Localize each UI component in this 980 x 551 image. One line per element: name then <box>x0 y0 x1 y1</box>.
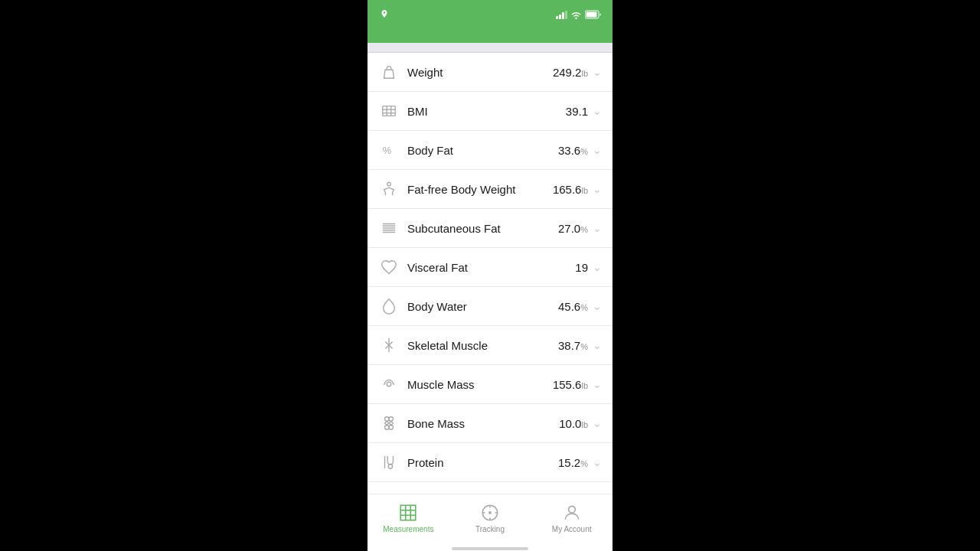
body-fat-unit: % <box>580 147 588 156</box>
protein-unit: % <box>580 459 588 468</box>
subcutaneous-fat-number: 27.0 <box>558 222 580 235</box>
measurement-item-bmi[interactable]: BMI39.1⌄ <box>368 92 612 131</box>
bone-mass-value: 10.0lb <box>559 417 588 430</box>
skeletal-muscle-unit: % <box>580 342 588 351</box>
svg-rect-2 <box>383 106 396 116</box>
body-fat-icon: % <box>378 139 400 161</box>
bmi-number: 39.1 <box>566 105 588 118</box>
skeletal-muscle-label: Skeletal Muscle <box>407 339 558 352</box>
visceral-fat-number: 19 <box>575 261 588 274</box>
svg-point-8 <box>387 182 391 186</box>
subcutaneous-fat-chevron-icon: ⌄ <box>593 222 602 234</box>
location-icon <box>381 10 388 19</box>
visceral-fat-chevron-icon: ⌄ <box>593 261 602 273</box>
body-fat-label: Body Fat <box>407 144 558 157</box>
muscle-mass-unit: lb <box>581 381 588 390</box>
fat-free-body-weight-icon <box>378 178 400 200</box>
signal-icon <box>556 11 567 19</box>
tab-my-account[interactable]: My Account <box>531 494 612 541</box>
svg-text:%: % <box>383 145 391 156</box>
muscle-mass-number: 155.6 <box>553 378 582 391</box>
weight-chevron-icon: ⌄ <box>593 66 602 78</box>
fat-free-body-weight-chevron-icon: ⌄ <box>593 183 602 195</box>
measurement-item-body-water[interactable]: Body Water45.6%⌄ <box>368 287 612 326</box>
weight-label: Weight <box>407 66 553 79</box>
muscle-mass-icon <box>378 373 400 395</box>
muscle-mass-chevron-icon: ⌄ <box>593 378 602 390</box>
visceral-fat-icon <box>378 256 400 278</box>
tab-measurements-icon <box>398 503 418 523</box>
tab-bar: MeasurementsTrackingMy Account <box>368 494 612 547</box>
svg-point-10 <box>388 465 392 469</box>
protein-label: Protein <box>407 456 558 469</box>
subcutaneous-fat-label: Subcutaneous Fat <box>407 222 558 235</box>
measurement-item-bmr[interactable]: BMR1991Kcal⌄ <box>368 482 612 494</box>
measurement-item-subcutaneous-fat[interactable]: Subcutaneous Fat27.0%⌄ <box>368 209 612 248</box>
body-water-icon <box>378 295 400 317</box>
skeletal-muscle-number: 38.7 <box>558 339 580 352</box>
phone-container: Weight249.2lb⌄BMI39.1⌄%Body Fat33.6%⌄Fat… <box>368 0 612 551</box>
weight-icon <box>378 61 400 83</box>
wifi-icon <box>570 10 582 19</box>
measurements-list: Weight249.2lb⌄BMI39.1⌄%Body Fat33.6%⌄Fat… <box>368 53 612 494</box>
date-bar <box>368 43 612 53</box>
fat-free-body-weight-label: Fat-free Body Weight <box>407 183 553 196</box>
bmi-icon <box>378 100 400 122</box>
tab-tracking[interactable]: Tracking <box>449 494 531 541</box>
weight-value: 249.2lb <box>553 66 588 79</box>
skeletal-muscle-chevron-icon: ⌄ <box>593 339 602 351</box>
measurement-item-bone-mass[interactable]: Bone Mass10.0lb⌄ <box>368 404 612 443</box>
svg-point-13 <box>568 506 575 513</box>
body-water-label: Body Water <box>407 300 558 313</box>
bone-mass-icon <box>378 412 400 434</box>
measurement-item-skeletal-muscle[interactable]: Skeletal Muscle38.7%⌄ <box>368 326 612 365</box>
protein-value: 15.2% <box>558 456 588 469</box>
measurement-item-fat-free-body-weight[interactable]: Fat-free Body Weight165.6lb⌄ <box>368 170 612 209</box>
body-water-value: 45.6% <box>558 300 588 313</box>
body-water-chevron-icon: ⌄ <box>593 300 602 312</box>
fat-free-body-weight-unit: lb <box>581 186 588 195</box>
body-water-number: 45.6 <box>558 300 580 313</box>
skeletal-muscle-icon <box>378 334 400 356</box>
svg-point-12 <box>489 511 491 513</box>
body-fat-value: 33.6% <box>558 144 588 157</box>
bmi-label: BMI <box>407 105 566 118</box>
subcutaneous-fat-value: 27.0% <box>558 222 588 235</box>
bone-mass-unit: lb <box>581 420 588 429</box>
measurement-item-body-fat[interactable]: %Body Fat33.6%⌄ <box>368 131 612 170</box>
body-water-unit: % <box>580 303 588 312</box>
measurement-item-weight[interactable]: Weight249.2lb⌄ <box>368 53 612 92</box>
measurement-item-muscle-mass[interactable]: Muscle Mass155.6lb⌄ <box>368 365 612 404</box>
bmi-chevron-icon: ⌄ <box>593 105 602 117</box>
protein-chevron-icon: ⌄ <box>593 456 602 468</box>
tab-measurements-label: Measurements <box>383 525 433 533</box>
tab-measurements[interactable]: Measurements <box>368 494 449 541</box>
tab-tracking-icon <box>480 503 500 523</box>
measurement-item-protein[interactable]: Protein15.2%⌄ <box>368 443 612 482</box>
skeletal-muscle-value: 38.7% <box>558 339 588 352</box>
visceral-fat-label: Visceral Fat <box>407 261 575 274</box>
status-time <box>378 10 388 19</box>
subcutaneous-fat-unit: % <box>580 225 588 234</box>
bone-mass-number: 10.0 <box>559 417 581 430</box>
protein-number: 15.2 <box>558 456 580 469</box>
measurement-item-visceral-fat[interactable]: Visceral Fat19⌄ <box>368 248 612 287</box>
status-bar <box>368 0 612 28</box>
muscle-mass-label: Muscle Mass <box>407 378 553 391</box>
muscle-mass-value: 155.6lb <box>553 378 588 391</box>
body-fat-chevron-icon: ⌄ <box>593 144 602 156</box>
fat-free-body-weight-value: 165.6lb <box>553 183 588 196</box>
fat-free-body-weight-number: 165.6 <box>553 183 582 196</box>
status-icons <box>556 10 602 19</box>
svg-rect-1 <box>586 12 597 18</box>
svg-point-9 <box>387 382 391 386</box>
tab-tracking-label: Tracking <box>475 525 505 533</box>
body-fat-number: 33.6 <box>558 144 580 157</box>
weight-unit: lb <box>581 69 588 78</box>
subcutaneous-fat-icon <box>378 217 400 239</box>
app-header <box>368 28 612 43</box>
bone-mass-label: Bone Mass <box>407 417 559 430</box>
bmi-value: 39.1 <box>566 105 588 118</box>
tab-my-account-label: My Account <box>552 525 592 533</box>
weight-number: 249.2 <box>553 66 582 79</box>
